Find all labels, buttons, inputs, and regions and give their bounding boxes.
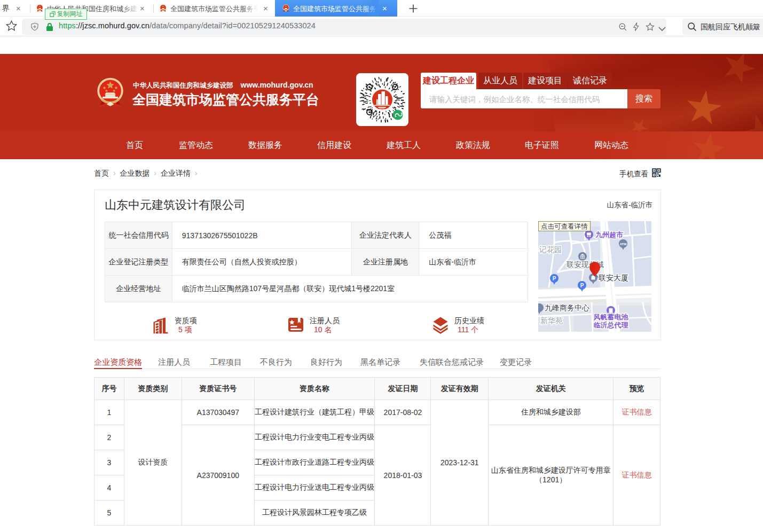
svg-text:联安大厦: 联安大厦 [599,273,628,282]
svg-text:记花园: 记花园 [539,245,562,254]
svg-text:点击可查看详情: 点击可查看详情 [541,223,588,230]
svg-text:P: P [580,283,584,288]
svg-text:临沂总代理: 临沂总代理 [594,321,629,329]
svg-text:九峰商务中心: 九峰商务中心 [545,303,589,312]
svg-text:九州超市: 九州超市 [595,231,623,239]
svg-text:P: P [553,276,556,281]
svg-text:风帆蓄电池: 风帆蓄电池 [593,313,629,321]
svg-text:ATM: ATM [620,242,627,246]
svg-text:新华苑: 新华苑 [540,316,563,325]
